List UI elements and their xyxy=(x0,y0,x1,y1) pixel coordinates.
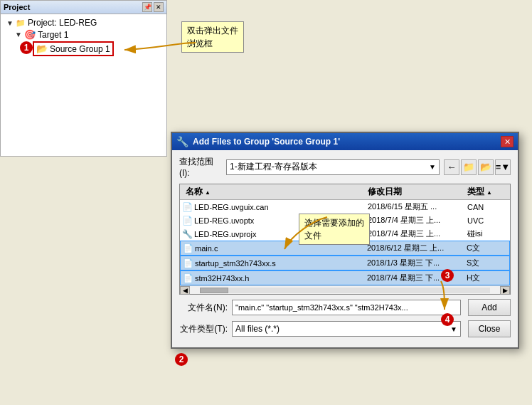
target-label: Target 1 xyxy=(38,30,68,40)
dialog-icon: 🔧 xyxy=(176,136,188,147)
back-button[interactable]: ← xyxy=(444,159,459,175)
dialog-close-button[interactable]: ✕ xyxy=(501,136,514,147)
project-panel: Project 📌 ✕ ▼ 📁 Project: LED-REG ▼ 🎯 Tar… xyxy=(0,0,167,157)
file-type: CAN xyxy=(467,203,510,211)
filename-row: 文件名(N): Add xyxy=(179,299,511,316)
filetype-value: All files (*.*) xyxy=(235,324,280,334)
file-icon: 📄 xyxy=(180,216,194,226)
dialog-titlebar: 🔧 Add Files to Group 'Source Group 1' ✕ xyxy=(172,133,518,150)
lookin-combo[interactable]: 1-新建工程-寄存器版本 ▼ xyxy=(226,159,440,175)
file-icon: 📄 xyxy=(181,243,195,253)
file-date: 2018/1/3 星期三 下... xyxy=(367,258,467,268)
source-group-label: Source Group 1 xyxy=(50,44,110,54)
badge-2: 2 xyxy=(175,353,188,366)
file-type: C文 xyxy=(467,243,509,253)
col-date-header[interactable]: 修改日期 xyxy=(368,186,467,198)
toolbar-buttons: ← 📁 📂 ≡▼ xyxy=(444,159,511,175)
view-button[interactable]: ≡▼ xyxy=(495,159,511,175)
file-list-header: 名称 ▲ 修改日期 类型 ▲ xyxy=(180,184,510,200)
file-type: UVC xyxy=(467,216,510,225)
badge-1: 1 xyxy=(20,41,33,54)
dialog-title: Add Files to Group 'Source Group 1' xyxy=(193,137,340,147)
filetype-label: 文件类型(T): xyxy=(179,323,228,335)
sort-arrow: ▲ xyxy=(205,189,211,196)
lookin-dropdown-arrow: ▼ xyxy=(429,163,436,171)
filetype-row: 文件类型(T): All files (*.*) ▼ Close xyxy=(179,320,511,337)
file-name: stm32H743xx.h xyxy=(195,274,367,283)
file-row[interactable]: 📄 stm32H743xx.h 2018/7/4 星期三 下... H文 xyxy=(180,270,510,285)
file-name: startup_stm32h743xx.s xyxy=(195,259,367,268)
scroll-left-btn[interactable]: ◀ xyxy=(180,286,190,295)
close-panel-button[interactable]: ✕ xyxy=(154,2,164,12)
file-name: LED-REG.uvguix.can xyxy=(194,203,368,211)
horizontal-scrollbar[interactable]: ◀ ▶ xyxy=(180,285,510,294)
file-icon: 📄 xyxy=(181,273,195,283)
filename-input[interactable] xyxy=(232,300,461,315)
file-name: main.c xyxy=(195,244,367,253)
callout-bubble-1: 双击弹出文件浏览框 xyxy=(181,21,244,53)
dialog-body: 查找范围(I): 1-新建工程-寄存器版本 ▼ ← 📁 📂 ≡▼ 名称 ▲ 修改… xyxy=(172,150,518,347)
file-list-container: 名称 ▲ 修改日期 类型 ▲ 📄 LED-REG.uvguix.can 2018… xyxy=(179,184,511,295)
lookin-label: 查找范围(I): xyxy=(179,156,222,178)
file-row[interactable]: 📄 main.c 2018/6/12 星期二 上... C文 xyxy=(180,241,510,256)
project-name: Project: LED-REG xyxy=(28,18,97,28)
file-icon: 🔧 xyxy=(180,229,194,239)
col-name-header[interactable]: 名称 ▲ xyxy=(180,186,368,198)
file-type: S文 xyxy=(467,258,509,268)
panel-title: Project xyxy=(4,3,30,11)
close-button[interactable]: Close xyxy=(468,320,511,337)
badge-3: 3 xyxy=(441,269,454,282)
project-root-item[interactable]: ▼ 📁 Project: LED-REG xyxy=(4,17,164,28)
add-button[interactable]: Add xyxy=(468,299,511,316)
file-list: 📄 LED-REG.uvguix.can 2018/6/15 星期五 ... C… xyxy=(180,200,510,285)
target-expand-icon: ▼ xyxy=(15,31,22,38)
type-sort-arrow: ▲ xyxy=(486,189,492,196)
file-row[interactable]: 📄 LED-REG.uvguix.can 2018/6/15 星期五 ... C… xyxy=(180,200,510,214)
filetype-combo[interactable]: All files (*.*) ▼ xyxy=(232,321,461,337)
panel-titlebar: Project 📌 ✕ xyxy=(1,1,166,14)
side-buttons: Add xyxy=(468,299,511,316)
source-group-box: 📂 Source Group 1 xyxy=(33,41,114,56)
file-icon: 📄 xyxy=(181,258,195,268)
new-folder-button[interactable]: 📂 xyxy=(478,159,494,175)
file-name: LED-REG.uvoptx xyxy=(194,216,368,225)
scroll-thumb xyxy=(200,288,228,293)
up-button[interactable]: 📁 xyxy=(461,159,477,175)
lookin-value: 1-新建工程-寄存器版本 xyxy=(230,161,317,173)
source-folder-icon: 📂 xyxy=(36,43,48,54)
file-date: 2018/6/12 星期二 上... xyxy=(367,243,467,253)
file-date: 2018/7/4 星期三 上... xyxy=(368,215,467,226)
lookin-row: 查找范围(I): 1-新建工程-寄存器版本 ▼ ← 📁 📂 ≡▼ xyxy=(179,156,511,178)
side-buttons-2: Close xyxy=(468,320,511,337)
scroll-track xyxy=(200,288,490,293)
filename-label: 文件名(N): xyxy=(179,302,228,314)
file-name: LED-REG.uvprojx xyxy=(194,230,368,238)
file-row[interactable]: 🔧 LED-REG.uvprojx 2018/7/4 星期三 上... 碰isi xyxy=(180,227,510,241)
file-type: 碰isi xyxy=(467,228,510,239)
badge-4: 4 xyxy=(441,313,454,326)
target-item[interactable]: ▼ 🎯 Target 1 xyxy=(4,28,164,41)
filetype-combo-arrow: ▼ xyxy=(450,325,457,333)
expand-icon: ▼ xyxy=(6,19,14,27)
file-row[interactable]: 📄 startup_stm32h743xx.s 2018/1/3 星期三 下..… xyxy=(180,256,510,270)
file-icon: 📄 xyxy=(180,202,194,212)
project-icon: 📁 xyxy=(16,19,26,28)
panel-buttons: 📌 ✕ xyxy=(142,2,164,12)
file-date: 2018/6/15 星期五 ... xyxy=(368,201,467,212)
target-folder-icon: 🎯 xyxy=(24,29,36,40)
pin-button[interactable]: 📌 xyxy=(142,2,152,12)
add-files-dialog: 🔧 Add Files to Group 'Source Group 1' ✕ … xyxy=(171,132,519,349)
col-type-header[interactable]: 类型 ▲ xyxy=(467,186,510,198)
file-row[interactable]: 📄 LED-REG.uvoptx 2018/7/4 星期三 上... UVC xyxy=(180,214,510,227)
scroll-right-btn[interactable]: ▶ xyxy=(500,286,510,295)
file-date: 2018/7/4 星期三 上... xyxy=(368,228,467,239)
dialog-title-left: 🔧 Add Files to Group 'Source Group 1' xyxy=(176,136,340,147)
file-type: H文 xyxy=(467,273,509,283)
